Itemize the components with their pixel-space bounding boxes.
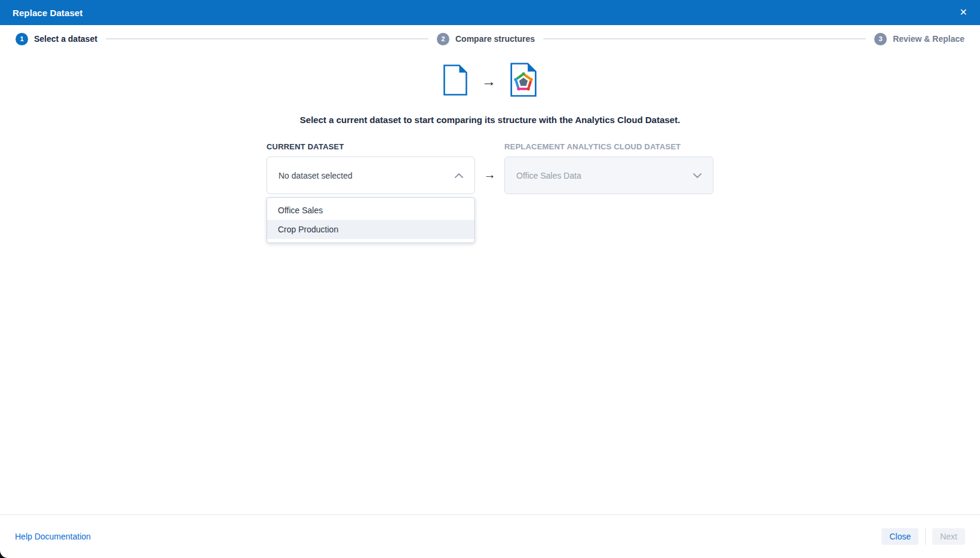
step-3-indicator: 3 — [874, 33, 887, 45]
current-dataset-combobox[interactable]: No dataset selected — [267, 157, 475, 194]
progress-steps: 1 Select a dataset 2 Compare structures … — [0, 25, 980, 53]
transfer-arrow: → — [475, 142, 504, 194]
current-dataset-label: CURRENT DATASET — [267, 142, 475, 152]
step-connector — [106, 38, 428, 39]
step-1-indicator: 1 — [16, 33, 28, 45]
next-button[interactable]: Next — [932, 528, 965, 545]
button-divider — [925, 528, 926, 545]
window-corner-mask — [0, 546, 18, 558]
transfer-arrow-icon: → — [484, 168, 496, 180]
replacement-dataset-label: REPLACEMENT ANALYTICS CLOUD DATASET — [504, 142, 713, 152]
modal-header: Replace Dataset ✕ — [0, 0, 980, 25]
step-select-dataset: 1 Select a dataset — [16, 33, 97, 45]
footer-bar: Help Documentation Close Next — [0, 514, 980, 558]
modal-title: Replace Dataset — [13, 8, 82, 18]
option-office-sales[interactable]: Office Sales — [267, 201, 474, 220]
replacement-dataset-column: REPLACEMENT ANALYTICS CLOUD DATASET Offi… — [504, 142, 713, 194]
chevron-up-icon — [455, 173, 463, 178]
help-documentation-link[interactable]: Help Documentation — [15, 532, 91, 541]
instruction-text: Select a current dataset to start compar… — [0, 115, 980, 125]
blank-document-icon — [443, 65, 467, 98]
step-compare-structures: 2 Compare structures — [437, 33, 535, 45]
step-2-indicator: 2 — [437, 33, 449, 45]
replacement-dataset-value: Office Sales Data — [516, 171, 581, 180]
arrow-icon: → — [482, 74, 496, 88]
step-review-replace: 3 Review & Replace — [874, 33, 964, 45]
step-2-label: Compare structures — [455, 34, 535, 44]
dataset-selectors: CURRENT DATASET No dataset selected Offi… — [267, 142, 713, 194]
current-dataset-value: No dataset selected — [278, 171, 353, 180]
step-1-label: Select a dataset — [34, 34, 97, 44]
dataset-options-menu: Office Sales Crop Production — [267, 197, 475, 243]
option-crop-production[interactable]: Crop Production — [267, 220, 474, 239]
replacement-dataset-combobox: Office Sales Data — [504, 157, 713, 194]
step-3-label: Review & Replace — [893, 34, 964, 44]
close-button[interactable]: Close — [881, 528, 918, 545]
current-dataset-column: CURRENT DATASET No dataset selected Offi… — [267, 142, 475, 194]
footer-actions: Close Next — [881, 528, 965, 545]
close-icon[interactable]: ✕ — [960, 8, 967, 17]
chevron-down-icon — [693, 173, 702, 178]
analytics-dataset-icon — [510, 63, 537, 99]
dataset-illustration: → — [0, 63, 980, 99]
step-connector — [543, 38, 866, 39]
